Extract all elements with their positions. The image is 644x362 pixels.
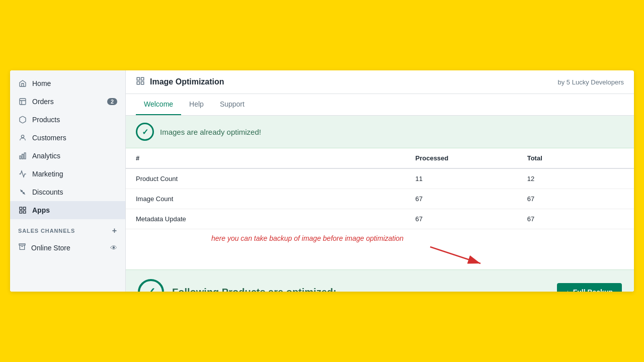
sidebar-item-home[interactable]: Home bbox=[10, 74, 125, 93]
sidebar-item-apps-label: Apps bbox=[32, 206, 117, 214]
sidebar-item-orders-label: Orders bbox=[32, 98, 102, 106]
svg-point-1 bbox=[21, 135, 24, 138]
col-header-hash: # bbox=[126, 148, 406, 168]
bottom-check-circle: ✓ bbox=[138, 279, 164, 292]
svg-rect-4 bbox=[24, 153, 26, 159]
row-metadata-update-total: 67 bbox=[517, 209, 634, 229]
bottom-banner: ✓ Following Products are optimized: ↓ Fu… bbox=[126, 269, 634, 292]
row-metadata-update-label: Metadata Update bbox=[126, 209, 406, 229]
sidebar-item-home-label: Home bbox=[32, 79, 117, 87]
sidebar-item-orders[interactable]: Orders 2 bbox=[10, 93, 125, 111]
sidebar-item-customers[interactable]: Customers bbox=[10, 129, 125, 147]
sidebar-item-discounts[interactable]: Discounts bbox=[10, 183, 125, 201]
stats-table: # Processed Total Product Count 11 12 Im… bbox=[126, 148, 634, 229]
sidebar-item-apps[interactable]: Apps bbox=[10, 201, 125, 219]
tab-support[interactable]: Support bbox=[212, 94, 253, 115]
sales-channels-title: SALES CHANNELS bbox=[18, 228, 75, 234]
app-grid-icon bbox=[136, 76, 145, 87]
tab-welcome[interactable]: Welcome bbox=[136, 94, 181, 115]
app-header: Image Optimization by 5 Lucky Developers bbox=[126, 70, 634, 94]
main-content: Image Optimization by 5 Lucky Developers… bbox=[126, 70, 634, 292]
home-icon bbox=[18, 79, 27, 88]
app-title: Image Optimization bbox=[150, 77, 224, 86]
svg-rect-14 bbox=[141, 82, 144, 84]
full-backup-button[interactable]: ↓ Full Backup bbox=[557, 283, 622, 292]
svg-rect-12 bbox=[141, 77, 144, 80]
app-by-text: by 5 Lucky Developers bbox=[557, 78, 624, 86]
tabs-bar: Welcome Help Support bbox=[126, 94, 634, 116]
online-store-icon bbox=[18, 243, 26, 252]
full-backup-label: Full Backup bbox=[573, 288, 613, 292]
annotation-area: here you can take backup of image before… bbox=[126, 229, 634, 269]
sidebar-item-marketing[interactable]: Marketing bbox=[10, 165, 125, 183]
annotation-text: here you can take backup of image before… bbox=[211, 234, 404, 242]
row-image-count-label: Image Count bbox=[126, 189, 406, 209]
sidebar-item-customers-label: Customers bbox=[32, 134, 117, 142]
svg-rect-9 bbox=[20, 211, 22, 213]
bottom-check-symbol: ✓ bbox=[146, 286, 155, 292]
online-store-label: Online Store bbox=[31, 244, 105, 252]
svg-rect-7 bbox=[20, 207, 22, 210]
main-container: Home Orders 2 Products Customers Analy bbox=[10, 70, 634, 292]
sidebar-item-marketing-label: Marketing bbox=[32, 170, 117, 178]
top-check-symbol: ✓ bbox=[142, 127, 148, 137]
col-header-processed: Processed bbox=[406, 148, 517, 168]
eye-icon: 👁 bbox=[110, 244, 117, 252]
sidebar-item-discounts-label: Discounts bbox=[32, 188, 117, 196]
row-product-count-label: Product Count bbox=[126, 168, 406, 189]
app-header-left: Image Optimization bbox=[136, 76, 224, 87]
sidebar-item-online-store[interactable]: Online Store 👁 bbox=[10, 238, 125, 257]
svg-rect-8 bbox=[23, 207, 26, 210]
table-row: Image Count 67 67 bbox=[126, 189, 634, 209]
col-header-total: Total bbox=[517, 148, 634, 168]
svg-rect-10 bbox=[23, 211, 26, 213]
top-banner: ✓ Images are already optimized! bbox=[126, 116, 634, 148]
svg-rect-13 bbox=[137, 82, 139, 84]
row-metadata-update-processed: 67 bbox=[406, 209, 517, 229]
svg-rect-3 bbox=[22, 154, 24, 159]
top-check-circle: ✓ bbox=[136, 123, 154, 141]
table-row: Product Count 11 12 bbox=[126, 168, 634, 189]
sidebar-item-analytics[interactable]: Analytics bbox=[10, 147, 125, 165]
sidebar-item-analytics-label: Analytics bbox=[32, 152, 117, 160]
row-product-count-total: 12 bbox=[517, 168, 634, 189]
sales-channels-section: SALES CHANNELS + bbox=[10, 219, 125, 238]
sidebar-item-products-label: Products bbox=[32, 116, 117, 124]
marketing-icon bbox=[18, 169, 27, 178]
content-area: ✓ Images are already optimized! # Proces… bbox=[126, 116, 634, 292]
row-product-count-processed: 11 bbox=[406, 168, 517, 189]
svg-rect-0 bbox=[20, 99, 26, 105]
row-image-count-total: 67 bbox=[517, 189, 634, 209]
table-header-row: # Processed Total bbox=[126, 148, 634, 168]
sidebar-item-products[interactable]: Products bbox=[10, 111, 125, 129]
svg-rect-11 bbox=[137, 77, 139, 80]
discounts-icon bbox=[18, 188, 27, 197]
svg-line-16 bbox=[430, 247, 480, 263]
customers-icon bbox=[18, 133, 27, 142]
orders-icon bbox=[18, 97, 27, 106]
backup-icon: ↓ bbox=[566, 288, 570, 292]
sidebar: Home Orders 2 Products Customers Analy bbox=[10, 70, 126, 292]
row-image-count-processed: 67 bbox=[406, 189, 517, 209]
top-banner-text: Images are already optimized! bbox=[160, 128, 261, 136]
add-sales-channel-icon[interactable]: + bbox=[112, 226, 117, 235]
bottom-banner-text: Following Products are optimized: bbox=[172, 287, 549, 292]
apps-icon bbox=[18, 206, 27, 215]
products-icon bbox=[18, 115, 27, 124]
analytics-icon bbox=[18, 151, 27, 160]
orders-badge: 2 bbox=[107, 98, 117, 105]
table-row: Metadata Update 67 67 bbox=[126, 209, 634, 229]
tab-help[interactable]: Help bbox=[181, 94, 212, 115]
svg-rect-2 bbox=[20, 156, 21, 159]
